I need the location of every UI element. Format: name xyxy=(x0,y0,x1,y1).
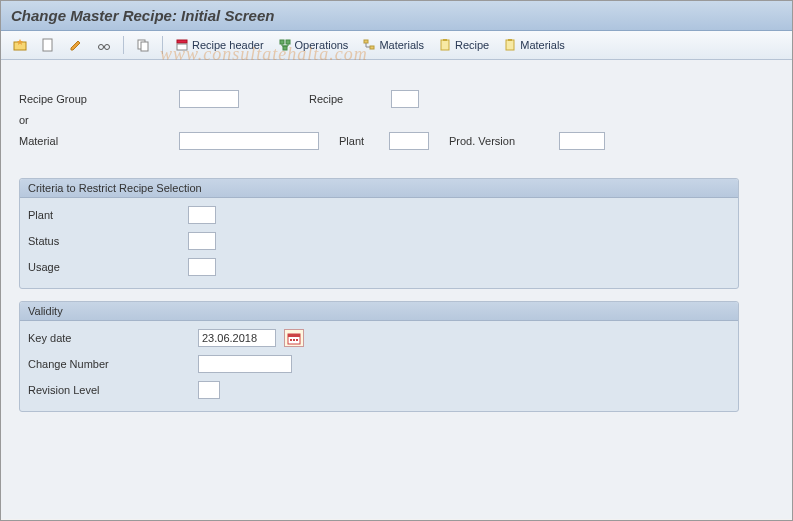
toolbar-btn-copy[interactable] xyxy=(130,35,156,55)
toolbar-btn-operations[interactable]: Operations xyxy=(272,35,355,55)
toolbar-separator xyxy=(162,36,163,54)
input-criteria-usage[interactable] xyxy=(188,258,216,276)
svg-rect-11 xyxy=(283,46,287,50)
svg-rect-8 xyxy=(177,44,187,50)
input-criteria-status[interactable] xyxy=(188,232,216,250)
input-material[interactable] xyxy=(179,132,319,150)
label-criteria-status: Status xyxy=(28,235,188,247)
svg-rect-22 xyxy=(296,339,298,341)
svg-rect-13 xyxy=(370,46,374,49)
clipboard-icon xyxy=(438,38,452,52)
row-revision-level: Revision Level xyxy=(20,379,738,401)
svg-rect-9 xyxy=(280,40,284,44)
toolbar-btn-materials-2[interactable]: Materials xyxy=(497,35,571,55)
svg-rect-7 xyxy=(177,40,187,43)
toolbar: Recipe header Operations Materials Recip… xyxy=(1,31,792,60)
page-icon xyxy=(41,38,55,52)
row-material: Material Plant Prod. Version xyxy=(19,132,774,150)
input-plant-top[interactable] xyxy=(389,132,429,150)
svg-rect-15 xyxy=(443,39,447,41)
materials-tree-icon xyxy=(362,38,376,52)
copy-icon xyxy=(136,38,150,52)
toolbar-btn-recipe-header[interactable]: Recipe header xyxy=(169,35,270,55)
label-revision-level: Revision Level xyxy=(28,384,198,396)
label-criteria-usage: Usage xyxy=(28,261,188,273)
input-prod-version[interactable] xyxy=(559,132,605,150)
input-change-number[interactable] xyxy=(198,355,292,373)
row-criteria-plant: Plant xyxy=(20,204,738,226)
svg-rect-16 xyxy=(506,40,514,50)
toolbar-label: Materials xyxy=(379,39,424,51)
row-key-date: Key date xyxy=(20,327,738,349)
svg-rect-12 xyxy=(364,40,368,43)
folder-star-icon xyxy=(13,38,27,52)
svg-rect-19 xyxy=(288,334,300,337)
svg-point-4 xyxy=(105,45,110,50)
label-key-date: Key date xyxy=(28,332,198,344)
label-recipe: Recipe xyxy=(309,93,391,105)
title-bar: Change Master Recipe: Initial Screen xyxy=(1,1,792,31)
toolbar-btn-glasses[interactable] xyxy=(91,35,117,55)
toolbar-btn-new[interactable] xyxy=(35,35,61,55)
input-recipe[interactable] xyxy=(391,90,419,108)
input-key-date[interactable] xyxy=(198,329,276,347)
row-change-number: Change Number xyxy=(20,353,738,375)
groupbox-criteria: Criteria to Restrict Recipe Selection Pl… xyxy=(19,178,739,289)
svg-rect-21 xyxy=(293,339,295,341)
groupbox-validity: Validity Key date Change Number Revision… xyxy=(19,301,739,412)
svg-rect-10 xyxy=(286,40,290,44)
input-revision-level[interactable] xyxy=(198,381,220,399)
input-recipe-group[interactable] xyxy=(179,90,239,108)
toolbar-label: Materials xyxy=(520,39,565,51)
row-criteria-usage: Usage xyxy=(20,256,738,278)
glasses-icon xyxy=(97,38,111,52)
label-material: Material xyxy=(19,135,179,147)
toolbar-label: Recipe header xyxy=(192,39,264,51)
toolbar-btn-recipe[interactable]: Recipe xyxy=(432,35,495,55)
svg-rect-14 xyxy=(441,40,449,50)
label-change-number: Change Number xyxy=(28,358,198,370)
svg-rect-20 xyxy=(290,339,292,341)
groupbox-criteria-title: Criteria to Restrict Recipe Selection xyxy=(20,179,738,198)
toolbar-separator xyxy=(123,36,124,54)
toolbar-btn-generic-1[interactable] xyxy=(7,35,33,55)
operations-icon xyxy=(278,38,292,52)
input-criteria-plant[interactable] xyxy=(188,206,216,224)
row-or: or xyxy=(19,114,774,126)
svg-rect-17 xyxy=(508,39,512,41)
pencil-icon xyxy=(69,38,83,52)
row-recipe-group: Recipe Group Recipe xyxy=(19,90,774,108)
toolbar-label: Recipe xyxy=(455,39,489,51)
button-date-picker[interactable] xyxy=(284,329,304,347)
toolbar-btn-edit[interactable] xyxy=(63,35,89,55)
toolbar-label: Operations xyxy=(295,39,349,51)
svg-rect-6 xyxy=(141,42,148,51)
svg-rect-2 xyxy=(43,39,52,51)
row-criteria-status: Status xyxy=(20,230,738,252)
recipe-header-icon xyxy=(175,38,189,52)
content-area: Recipe Group Recipe or Material Plant Pr… xyxy=(1,60,792,519)
label-plant-top: Plant xyxy=(339,135,389,147)
label-criteria-plant: Plant xyxy=(28,209,188,221)
calendar-icon xyxy=(287,331,301,345)
toolbar-btn-materials-1[interactable]: Materials xyxy=(356,35,430,55)
label-or: or xyxy=(19,114,179,126)
label-prod-version: Prod. Version xyxy=(449,135,559,147)
page-title: Change Master Recipe: Initial Screen xyxy=(11,7,782,24)
svg-point-3 xyxy=(99,45,104,50)
label-recipe-group: Recipe Group xyxy=(19,93,179,105)
clipboard-icon xyxy=(503,38,517,52)
groupbox-validity-title: Validity xyxy=(20,302,738,321)
